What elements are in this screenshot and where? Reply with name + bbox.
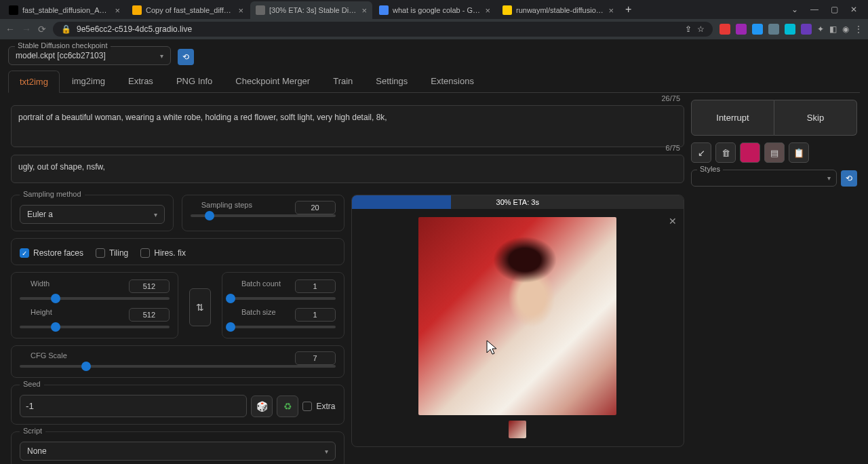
sampling-method-select[interactable]: Euler a ▾ bbox=[20, 205, 165, 224]
seed-input[interactable] bbox=[20, 395, 247, 417]
trash-icon[interactable]: 🗑 bbox=[715, 142, 736, 163]
close-preview-button[interactable]: ✕ bbox=[669, 216, 677, 227]
browser-tab[interactable]: runwayml/stable-diffusion-v1× bbox=[497, 1, 619, 19]
batch-size-label: Batch size bbox=[239, 308, 279, 316]
account-icon[interactable]: ◉ bbox=[842, 24, 849, 34]
seed-label: Seed bbox=[20, 380, 44, 388]
restore-faces-checkbox[interactable]: ✓Restore faces bbox=[20, 248, 83, 258]
reload-icon[interactable]: ⟳ bbox=[38, 24, 46, 35]
batch-count-value[interactable]: 1 bbox=[295, 279, 336, 293]
reuse-seed-button[interactable]: ♻ bbox=[277, 395, 298, 417]
sampling-method-label: Sampling method bbox=[20, 190, 85, 198]
generated-image[interactable] bbox=[418, 217, 616, 415]
tab-close-icon[interactable]: × bbox=[608, 5, 614, 16]
forward-icon: → bbox=[22, 24, 31, 35]
secure-icon: 🔒 bbox=[61, 24, 71, 34]
tab-extensions[interactable]: Extensions bbox=[420, 71, 485, 92]
address-bar: ← → ⟳ 🔒 9e5e6cc2-c519-4dc5.gradio.live ⇪… bbox=[0, 19, 868, 39]
tab-txt2img[interactable]: txt2img bbox=[8, 71, 60, 93]
url-text: 9e5e6cc2-c519-4dc5.gradio.live bbox=[77, 24, 192, 34]
browser-tab[interactable]: Copy of fast_stable_diffusion× bbox=[127, 1, 249, 19]
chevron-down-icon: ▾ bbox=[154, 211, 157, 218]
tab-close-icon[interactable]: × bbox=[238, 5, 243, 16]
card-icon[interactable]: ▤ bbox=[764, 142, 785, 163]
chevron-down-icon[interactable]: ⌄ bbox=[791, 5, 798, 14]
tiling-checkbox[interactable]: Tiling bbox=[96, 248, 128, 258]
tab-png-info[interactable]: PNG Info bbox=[165, 71, 223, 92]
random-seed-button[interactable]: 🎲 bbox=[251, 395, 273, 417]
tab-img2img[interactable]: img2img bbox=[61, 71, 116, 92]
maximize-icon[interactable]: ▢ bbox=[831, 5, 838, 14]
ext-icon-3[interactable] bbox=[752, 24, 763, 35]
pink-icon[interactable] bbox=[740, 142, 760, 163]
main-tabs: txt2imgimg2imgExtrasPNG InfoCheckpoint M… bbox=[8, 71, 860, 93]
interrupt-button[interactable]: Interrupt bbox=[691, 100, 774, 136]
window-controls: ⌄ — ▢ ✕ bbox=[783, 5, 865, 14]
swap-dimensions-button[interactable]: ⇅ bbox=[189, 288, 211, 326]
thumbnail[interactable] bbox=[509, 421, 526, 438]
ext-icon-2[interactable] bbox=[736, 24, 747, 35]
negative-prompt-input[interactable] bbox=[11, 155, 684, 183]
output-panel: 30% ETA: 3s ✕ bbox=[351, 195, 685, 447]
browser-tab[interactable]: what is google colab - Google× bbox=[374, 1, 496, 19]
paste-icon[interactable]: 📋 bbox=[789, 142, 809, 163]
batch-size-value[interactable]: 1 bbox=[295, 308, 336, 322]
height-slider[interactable] bbox=[20, 326, 170, 328]
height-value[interactable]: 512 bbox=[129, 308, 170, 322]
sampling-steps-value[interactable]: 20 bbox=[295, 201, 336, 214]
tab-extras[interactable]: Extras bbox=[117, 71, 164, 92]
extension-icons: ✦ ◧ ◉ ⋮ bbox=[719, 24, 863, 35]
batch-size-slider[interactable] bbox=[231, 326, 336, 328]
chevron-down-icon: ▾ bbox=[827, 174, 831, 182]
hires-fix-checkbox[interactable]: Hires. fix bbox=[140, 248, 186, 258]
share-icon[interactable]: ⇪ bbox=[685, 24, 692, 34]
minimize-icon[interactable]: — bbox=[810, 5, 818, 14]
browser-tab[interactable]: fast_stable_diffusion_AUTOM× bbox=[3, 1, 125, 19]
chevron-down-icon: ▾ bbox=[325, 448, 328, 455]
height-label: Height bbox=[28, 308, 55, 316]
ext-icon-4[interactable] bbox=[768, 24, 779, 35]
browser-tab-strip: fast_stable_diffusion_AUTOM×Copy of fast… bbox=[0, 0, 868, 19]
extensions-icon[interactable]: ✦ bbox=[817, 24, 824, 34]
prompt-input[interactable] bbox=[11, 105, 684, 147]
neg-prompt-token-count: 6/75 bbox=[666, 144, 680, 152]
star-icon[interactable]: ☆ bbox=[697, 24, 705, 34]
sampling-steps-label: Sampling steps bbox=[199, 201, 255, 209]
browser-tab[interactable]: [30% ETA: 3s] Stable Diffusion× bbox=[250, 1, 372, 19]
tab-checkpoint-merger[interactable]: Checkpoint Merger bbox=[224, 71, 321, 92]
skip-button[interactable]: Skip bbox=[774, 100, 857, 136]
script-select[interactable]: None ▾ bbox=[20, 442, 336, 461]
width-value[interactable]: 512 bbox=[129, 279, 170, 293]
new-tab-button[interactable]: + bbox=[620, 3, 637, 16]
checkpoint-label: Stable Diffusion checkpoint bbox=[15, 41, 111, 50]
tab-close-icon[interactable]: × bbox=[485, 5, 490, 16]
width-label: Width bbox=[28, 279, 52, 288]
menu-icon[interactable]: ⋮ bbox=[854, 24, 863, 34]
tab-close-icon[interactable]: × bbox=[115, 5, 120, 16]
tab-close-icon[interactable]: × bbox=[361, 5, 367, 16]
url-input[interactable]: 🔒 9e5e6cc2-c519-4dc5.gradio.live ⇪ ☆ bbox=[53, 22, 713, 37]
width-slider[interactable] bbox=[20, 297, 170, 300]
close-icon[interactable]: ✕ bbox=[850, 5, 857, 14]
cfg-label: CFG Scale bbox=[28, 351, 70, 360]
batch-count-label: Batch count bbox=[239, 279, 283, 288]
extra-seed-checkbox[interactable]: Extra bbox=[302, 402, 335, 411]
ext-icon-6[interactable] bbox=[801, 24, 812, 35]
refresh-styles-button[interactable]: ⟲ bbox=[841, 170, 857, 187]
cfg-slider[interactable] bbox=[20, 365, 336, 368]
progress-text: 30% ETA: 3s bbox=[352, 195, 684, 209]
tab-train[interactable]: Train bbox=[322, 71, 363, 92]
arrow-icon[interactable]: ↙ bbox=[691, 142, 711, 163]
script-label: Script bbox=[20, 427, 45, 435]
cfg-value[interactable]: 7 bbox=[295, 351, 336, 365]
back-icon[interactable]: ← bbox=[5, 24, 15, 35]
batch-count-slider[interactable] bbox=[231, 297, 336, 300]
tab-settings[interactable]: Settings bbox=[365, 71, 418, 92]
ext-icon-1[interactable] bbox=[719, 24, 730, 35]
refresh-checkpoint-button[interactable]: ⟲ bbox=[178, 49, 194, 65]
ext-icon-5[interactable] bbox=[785, 24, 795, 35]
sampling-steps-slider[interactable] bbox=[191, 214, 336, 217]
sidepanel-icon[interactable]: ◧ bbox=[829, 24, 837, 34]
styles-select[interactable]: Styles ▾ bbox=[691, 170, 837, 187]
prompt-token-count: 26/75 bbox=[661, 94, 680, 102]
